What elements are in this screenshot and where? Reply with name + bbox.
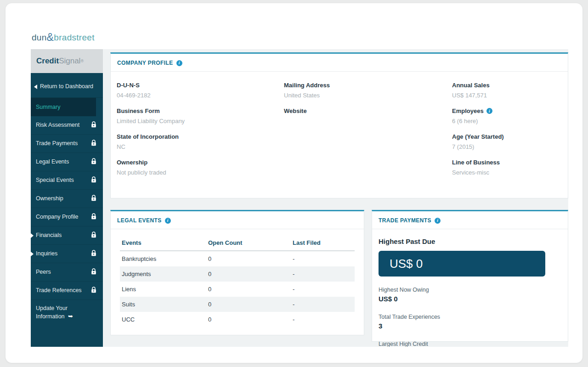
cell-event: Suits (120, 297, 206, 312)
table-row-judgments: Judgments 0 - (120, 266, 355, 282)
company-profile-column-2: Mailing Address United States Website (284, 82, 452, 176)
sidebar-item-summary[interactable]: Summary (31, 98, 96, 116)
field-value: Limited Liability Company (117, 118, 284, 124)
info-icon[interactable]: i (165, 218, 171, 224)
legal-events-card: LEGAL EVENTS i Events Open Count Last Fi… (110, 210, 364, 335)
lock-icon (91, 176, 96, 184)
sidebar: CreditSignal® Return to Dashboard Summar… (31, 49, 103, 347)
cell-open-count: 0 (206, 251, 291, 266)
trade-payments-stats: Highest Now Owing US$ 0 Total Trade Expe… (379, 287, 561, 347)
field-website: Website (284, 107, 452, 124)
lock-icon (91, 268, 96, 276)
sidebar-item-ownership[interactable]: Ownership (31, 190, 103, 208)
sidebar-nav: Return to Dashboard Summary Risk Assessm… (31, 73, 103, 347)
company-profile-card: COMPANY PROFILE i D-U-N-S 04-469-2182 Bu… (110, 52, 568, 198)
cell-event: Bankruptcies (120, 251, 206, 266)
field-value: 6 (6 here) (452, 118, 567, 124)
column-header-events: Events (120, 237, 206, 251)
field-business-form: Business Form Limited Liability Company (117, 107, 284, 124)
field-label: Annual Sales (452, 82, 567, 89)
sidebar-item-company-profile[interactable]: Company Profile (31, 208, 103, 226)
field-value: Services-misc (452, 169, 567, 176)
sidebar-item-label: Risk Assessment (36, 121, 88, 129)
table-row-bankruptcies: Bankruptcies 0 - (120, 251, 355, 266)
sidebar-item-peers[interactable]: Peers (31, 263, 103, 282)
sidebar-item-label: Trade References (36, 287, 88, 294)
sidebar-item-label: Summary (36, 103, 90, 111)
stat-largest-high-credit: Largest High Credit US$ 250 (379, 341, 505, 347)
lock-icon (91, 231, 96, 239)
table-row-liens: Liens 0 - (120, 282, 355, 297)
sidebar-item-trade-references[interactable]: Trade References (31, 282, 103, 300)
sidebar-item-label: Financials (36, 231, 88, 239)
sidebar-item-financials[interactable]: Financials (31, 226, 103, 245)
cell-open-count: 0 (206, 266, 291, 282)
cell-open-count: 0 (206, 312, 291, 327)
field-label: Line of Business (452, 159, 567, 166)
stat-label: Total Trade Experiences (379, 314, 443, 320)
cell-last-filed: - (291, 312, 355, 327)
product-title-light: Signal (59, 56, 80, 66)
stat-total-trade-experiences: Total Trade Experiences 3 (379, 314, 443, 330)
company-profile-body: D-U-N-S 04-469-2182 Business Form Limite… (111, 72, 568, 176)
cell-open-count: 0 (206, 297, 291, 312)
lock-icon (91, 121, 96, 129)
lock-icon (91, 287, 96, 294)
field-label: Mailing Address (284, 82, 452, 89)
info-icon[interactable]: i (486, 108, 492, 114)
field-ownership: Ownership Not publicly traded (117, 159, 284, 176)
field-label-text: Employees (452, 107, 484, 114)
field-label: Employeesi (452, 107, 567, 114)
field-duns: D-U-N-S 04-469-2182 (117, 82, 284, 99)
sidebar-item-return-to-dashboard[interactable]: Return to Dashboard (31, 76, 103, 98)
sidebar-item-label: Ownership (36, 195, 88, 203)
sidebar-item-risk-assessment[interactable]: Risk Assessment (31, 116, 103, 135)
main-content: COMPANY PROFILE i D-U-N-S 04-469-2182 Bu… (103, 49, 568, 347)
cell-last-filed: - (291, 251, 355, 266)
sidebar-item-label: Peers (36, 268, 88, 276)
sidebar-item-label: Return to Dashboard (40, 83, 96, 90)
product-title: CreditSignal® (31, 49, 103, 73)
field-value: 7 (2015) (452, 143, 567, 150)
info-icon[interactable]: i (176, 60, 182, 66)
cell-last-filed: - (291, 282, 355, 297)
sidebar-item-trade-payments[interactable]: Trade Payments (31, 135, 103, 153)
sidebar-item-inquiries[interactable]: Inquiries (31, 245, 103, 263)
sidebar-item-label: Trade Payments (36, 140, 88, 147)
lock-icon (91, 250, 96, 258)
company-profile-title: COMPANY PROFILE (117, 60, 173, 66)
company-profile-header: COMPANY PROFILE i (111, 54, 568, 72)
table-row-ucc: UCC 0 - (120, 312, 355, 327)
lock-icon (91, 158, 96, 166)
sidebar-item-label: Update Your Information ➥ (36, 305, 86, 321)
lock-icon (91, 195, 96, 203)
company-profile-column-3: Annual Sales US$ 147,571 Employeesi 6 (6… (452, 82, 567, 176)
back-arrow-icon (34, 85, 37, 89)
cell-event: Liens (120, 282, 206, 297)
edge-marker-icon (31, 252, 34, 256)
stat-value: US$ 0 (379, 295, 505, 303)
column-header-last-filed: Last Filed (291, 237, 355, 251)
edge-marker-icon (31, 233, 34, 238)
field-employees: Employeesi 6 (6 here) (452, 107, 567, 124)
trade-payments-header: TRADE PAYMENTS i (372, 211, 568, 229)
product-title-bold: Credit (36, 56, 59, 66)
sidebar-item-label: Company Profile (36, 213, 88, 221)
sidebar-item-update-your-information[interactable]: Update Your Information ➥ (31, 300, 103, 322)
company-profile-column-1: D-U-N-S 04-469-2182 Business Form Limite… (117, 82, 284, 176)
stat-highest-now-owing: Highest Now Owing US$ 0 (379, 287, 505, 303)
legal-events-header: LEGAL EVENTS i (111, 211, 364, 229)
field-value: US$ 147,571 (452, 92, 567, 99)
sidebar-item-legal-events[interactable]: Legal Events (31, 153, 103, 171)
highest-past-due-label: Highest Past Due (379, 237, 561, 245)
stat-value: 3 (379, 322, 443, 330)
logo-ampersand: & (47, 31, 54, 43)
lock-icon (91, 213, 96, 221)
legal-events-table: Events Open Count Last Filed Bankruptcie… (120, 237, 355, 327)
trade-payments-card: TRADE PAYMENTS i Highest Past Due US$ 0 … (372, 210, 568, 342)
column-header-open-count: Open Count (206, 237, 291, 251)
info-icon[interactable]: i (435, 218, 441, 224)
highest-past-due-banner: US$ 0 (379, 251, 545, 277)
field-label: State of Incorporation (117, 133, 284, 140)
sidebar-item-special-events[interactable]: Special Events (31, 171, 103, 190)
